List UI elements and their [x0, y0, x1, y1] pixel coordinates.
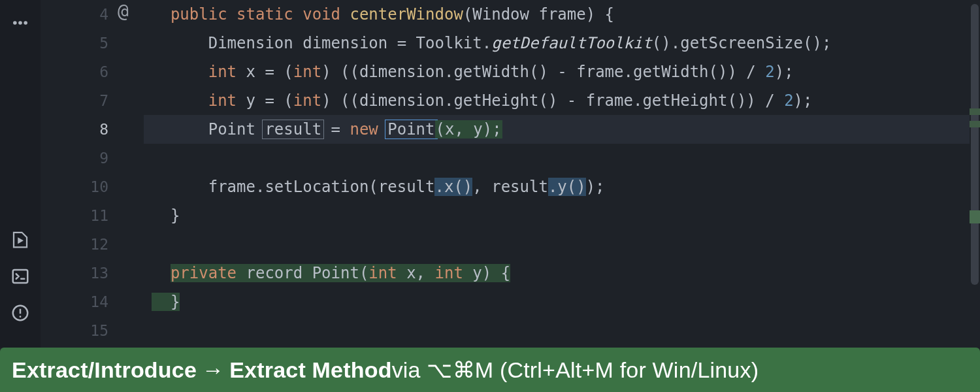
token: = — [321, 120, 350, 139]
token-keyword: int — [368, 264, 397, 282]
line-number: 11 — [41, 201, 108, 230]
annotation-column: @ — [118, 0, 144, 348]
code-line: private record Point(int x, int y) { — [144, 259, 980, 287]
terminal-icon[interactable] — [9, 265, 31, 287]
more-icon[interactable] — [9, 12, 31, 34]
banner-action-2: Extract Method — [229, 357, 391, 383]
svg-rect-5 — [13, 270, 28, 283]
token-keyword: int — [435, 264, 463, 282]
token-keyword: int — [208, 91, 237, 110]
token: (x, y); — [435, 120, 502, 139]
token-keyword: void — [302, 5, 340, 24]
token: Dimension dimension = Toolkit. — [208, 34, 491, 52]
token: ); — [794, 91, 813, 110]
token-type: Point — [208, 120, 265, 139]
code-line: public static void centerWindow(Window f… — [144, 0, 980, 29]
code-line: int y = (int) ((dimension.getHeight() - … — [144, 86, 980, 115]
token-keyword: int — [293, 63, 321, 81]
override-annotation-icon[interactable]: @ — [118, 0, 129, 29]
token: ) ((dimension.getHeight() - frame.getHei… — [321, 91, 784, 110]
token: y = ( — [237, 91, 293, 110]
token-number: 2 — [784, 91, 793, 110]
token-keyword: int — [208, 63, 237, 81]
svg-point-1 — [18, 21, 22, 25]
line-number: 10 — [41, 172, 108, 201]
code-line: } — [144, 201, 980, 230]
scrollbar-mark[interactable] — [970, 108, 980, 115]
token-refactor-target[interactable]: result — [262, 120, 324, 139]
tool-rail — [0, 0, 41, 348]
token-keyword: int — [293, 91, 321, 110]
banner-shortcut: via ⌥⌘M (Ctrl+Alt+M for Win/Linux) — [392, 357, 759, 383]
scrollbar-thumb[interactable] — [971, 4, 979, 285]
token: ().getScreenSize(); — [652, 34, 832, 52]
token-usage-highlight: .y() — [548, 178, 586, 196]
token: record Point( — [237, 264, 368, 282]
line-number: 15 — [41, 316, 108, 345]
svg-point-8 — [20, 316, 22, 318]
token-keyword: public — [171, 5, 227, 24]
banner-action-1: Extract/Introduce — [12, 357, 197, 383]
token-keyword: static — [237, 5, 293, 24]
token: x, — [397, 264, 435, 282]
token-usage-highlight: .x() — [434, 178, 472, 196]
token: ); — [586, 178, 605, 196]
editor: 4 5 6 7 8 9 10 11 12 13 14 15 @ public s… — [0, 0, 980, 348]
line-number: 7 — [41, 86, 108, 115]
token: ) ((dimension.getWidth() - frame.getWidt… — [321, 63, 765, 81]
svg-point-2 — [24, 21, 27, 25]
token: (Window frame) { — [463, 5, 614, 24]
line-number: 14 — [41, 287, 108, 316]
line-number: 4 — [41, 0, 108, 29]
editor-scrollbar[interactable] — [970, 0, 980, 348]
token-function: centerWindow — [350, 5, 463, 24]
line-number: 12 — [41, 230, 108, 259]
code-line: Dimension dimension = Toolkit.getDefault… — [144, 29, 980, 57]
token-keyword: private — [171, 264, 237, 282]
token: , result — [472, 178, 548, 196]
token: x = ( — [237, 63, 293, 81]
line-number-gutter[interactable]: 4 5 6 7 8 9 10 11 12 13 14 15 — [41, 0, 118, 348]
line-number: 6 — [41, 57, 108, 86]
token: } — [171, 206, 180, 225]
token-call: getDefaultToolkit — [491, 34, 652, 52]
scrollbar-mark[interactable] — [970, 210, 980, 223]
scrollbar-mark[interactable] — [970, 121, 980, 127]
code-line-active: Point result = new Point(x, y); — [144, 115, 980, 144]
line-number: 13 — [41, 259, 108, 287]
code-line — [144, 144, 980, 172]
code-line: frame.setLocation(result.x(), result.y()… — [144, 172, 980, 201]
code-line — [144, 316, 980, 345]
code-line — [144, 230, 980, 259]
line-number: 5 — [41, 29, 108, 57]
token: frame.setLocation(result — [208, 178, 435, 196]
tip-banner: Extract/Introduce → Extract Method via ⌥… — [0, 348, 980, 392]
code-line: int x = (int) ((dimension.getWidth() - f… — [144, 57, 980, 86]
line-number: 9 — [41, 144, 108, 172]
problems-icon[interactable] — [9, 302, 31, 324]
token-refactor-selected[interactable]: Point — [385, 120, 437, 139]
svg-marker-4 — [18, 237, 24, 244]
token: } — [171, 293, 180, 311]
line-number: 8 — [41, 115, 108, 144]
token-keyword: new — [350, 120, 387, 139]
run-icon[interactable] — [9, 229, 31, 251]
token: y) { — [463, 264, 510, 282]
token: ); — [775, 63, 794, 81]
code-line: } — [144, 287, 980, 316]
arrow-icon: → — [202, 357, 224, 383]
svg-point-0 — [13, 21, 17, 25]
token-number: 2 — [765, 63, 774, 81]
code-area[interactable]: public static void centerWindow(Window f… — [144, 0, 980, 348]
